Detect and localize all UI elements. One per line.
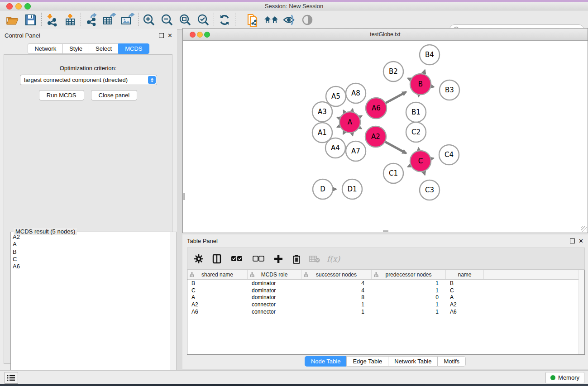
import-network-icon[interactable] bbox=[43, 12, 61, 28]
export-image-icon[interactable] bbox=[119, 12, 137, 28]
show-panels-button[interactable] bbox=[5, 372, 18, 384]
node-label-A7: A7 bbox=[351, 147, 360, 155]
delete-icon[interactable] bbox=[291, 253, 302, 265]
hide-selected-icon[interactable] bbox=[280, 12, 298, 28]
tab-node-table[interactable]: Node Table bbox=[305, 356, 347, 367]
export-table-icon[interactable] bbox=[100, 12, 119, 28]
cell-shared-name[interactable]: A2 bbox=[187, 301, 248, 308]
cell-shared-name[interactable]: A bbox=[187, 294, 248, 300]
close-panel-button[interactable]: Close panel bbox=[91, 90, 138, 100]
network-window-titlebar[interactable]: testGlobe.txt bbox=[183, 29, 588, 41]
cell-successor-nodes[interactable]: 1 bbox=[301, 309, 372, 315]
cell-MCDS-role[interactable]: connector bbox=[248, 309, 301, 315]
float-table-panel-icon[interactable] bbox=[570, 238, 575, 243]
node-label-A2: A2 bbox=[371, 133, 380, 141]
cell-name[interactable]: B bbox=[446, 280, 484, 286]
cell-predecessor-nodes[interactable]: 0 bbox=[372, 294, 446, 300]
column-header-shared-name[interactable]: shared name bbox=[187, 270, 248, 279]
tab-edge-table[interactable]: Edge Table bbox=[346, 356, 388, 367]
memory-label: Memory bbox=[558, 374, 579, 381]
table-row[interactable]: Bdominator41B bbox=[187, 280, 584, 287]
deselect-all-icon[interactable] bbox=[251, 253, 266, 265]
tab-motifs[interactable]: Motifs bbox=[437, 356, 466, 367]
result-list-scrollbar[interactable] bbox=[170, 232, 177, 386]
cell-name[interactable]: A6 bbox=[446, 309, 484, 315]
new-network-from-selection-icon[interactable] bbox=[244, 12, 262, 28]
table-row[interactable]: A2connector11A2 bbox=[187, 301, 584, 308]
function-builder-icon[interactable]: f(x) bbox=[327, 254, 340, 263]
node-label-B3: B3 bbox=[445, 86, 454, 94]
tab-network[interactable]: Network bbox=[28, 43, 62, 54]
close-panel-icon[interactable]: ✕ bbox=[167, 33, 172, 38]
table-row[interactable]: Cdominator41C bbox=[187, 287, 584, 294]
result-item[interactable]: B bbox=[11, 248, 170, 256]
cell-MCDS-role[interactable]: dominator bbox=[248, 287, 301, 294]
import-table-icon[interactable] bbox=[61, 12, 79, 28]
cell-shared-name[interactable]: A6 bbox=[187, 309, 248, 315]
tab-mcds[interactable]: MCDS bbox=[118, 43, 149, 54]
status-bar: Memory bbox=[0, 370, 588, 384]
cell-name[interactable]: A2 bbox=[446, 301, 484, 308]
edge-A6-B[interactable] bbox=[384, 92, 406, 104]
column-header-successor-nodes[interactable]: successor nodes bbox=[301, 270, 372, 279]
result-item[interactable]: A bbox=[11, 241, 170, 248]
cell-predecessor-nodes[interactable]: 1 bbox=[372, 309, 446, 315]
cell-predecessor-nodes[interactable]: 1 bbox=[372, 280, 446, 286]
columns-icon[interactable] bbox=[211, 253, 223, 265]
cell-successor-nodes[interactable]: 4 bbox=[301, 287, 372, 294]
network-graph[interactable]: B4B2BB3B1A5A8A6A3AA1A2C2A4A7CC4C1C3DD1 bbox=[183, 41, 587, 232]
optimization-criterion-select[interactable]: largest connected component (directed) bbox=[20, 75, 157, 85]
cell-shared-name[interactable]: C bbox=[187, 287, 248, 294]
export-network-icon[interactable] bbox=[82, 12, 100, 28]
cell-name[interactable]: A bbox=[446, 294, 484, 300]
control-panel-title: Control Panel bbox=[5, 32, 40, 39]
zoom-selected-icon[interactable] bbox=[194, 12, 212, 28]
mcds-result-list[interactable]: A2ABCA6 bbox=[11, 234, 170, 386]
memory-button[interactable]: Memory bbox=[545, 372, 584, 383]
cell-MCDS-role[interactable]: connector bbox=[248, 301, 301, 308]
open-file-icon[interactable] bbox=[4, 12, 22, 28]
select-all-icon[interactable] bbox=[229, 253, 244, 265]
tab-network-table[interactable]: Network Table bbox=[388, 356, 437, 367]
cell-successor-nodes[interactable]: 4 bbox=[301, 280, 372, 286]
cell-MCDS-role[interactable]: dominator bbox=[248, 280, 301, 286]
save-session-icon[interactable] bbox=[22, 12, 40, 28]
network-view-window: testGlobe.txt B4B2BB3B1A5A8A6A3AA1A2C2A4… bbox=[182, 28, 588, 233]
column-header-MCDS-role[interactable]: MCDS role bbox=[248, 270, 301, 279]
select-stepper-icon bbox=[148, 76, 156, 84]
result-item[interactable]: C bbox=[11, 256, 170, 263]
table-scrollbar[interactable] bbox=[578, 270, 584, 354]
table-row[interactable]: Adominator80A bbox=[187, 294, 584, 301]
table-row[interactable]: A6connector11A6 bbox=[187, 308, 584, 315]
zoom-fit-icon[interactable] bbox=[176, 12, 194, 28]
cell-successor-nodes[interactable]: 8 bbox=[301, 294, 372, 300]
zoom-out-icon[interactable] bbox=[158, 12, 176, 28]
cell-MCDS-role[interactable]: dominator bbox=[248, 294, 301, 300]
result-item[interactable]: A2 bbox=[11, 234, 170, 241]
first-neighbors-icon[interactable] bbox=[262, 12, 280, 28]
edge-A2-C[interactable] bbox=[384, 141, 406, 153]
show-all-icon[interactable] bbox=[298, 12, 316, 28]
cell-name[interactable]: C bbox=[446, 287, 484, 294]
close-table-panel-icon[interactable]: ✕ bbox=[578, 239, 583, 243]
network-canvas[interactable]: B4B2BB3B1A5A8A6A3AA1A2C2A4A7CC4C1C3DD1 bbox=[183, 41, 587, 232]
cell-predecessor-nodes[interactable]: 1 bbox=[372, 301, 446, 308]
float-panel-icon[interactable] bbox=[159, 33, 164, 38]
run-mcds-button[interactable]: Run MCDS bbox=[39, 90, 84, 100]
column-header-predecessor-nodes[interactable]: predecessor nodes bbox=[372, 270, 446, 279]
node-label-B4: B4 bbox=[425, 51, 434, 59]
delete-table-icon[interactable] bbox=[309, 253, 320, 265]
result-item[interactable]: A6 bbox=[11, 263, 170, 270]
cell-predecessor-nodes[interactable]: 1 bbox=[372, 287, 446, 294]
gear-icon[interactable] bbox=[193, 253, 205, 265]
column-header-name[interactable]: name bbox=[446, 270, 484, 279]
tab-style[interactable]: Style bbox=[62, 43, 89, 54]
cell-successor-nodes[interactable]: 1 bbox=[301, 301, 372, 308]
cell-shared-name[interactable]: B bbox=[187, 280, 248, 286]
tab-select[interactable]: Select bbox=[89, 43, 118, 54]
add-icon[interactable] bbox=[272, 253, 284, 265]
window-resize-grip[interactable] bbox=[581, 226, 587, 232]
node-label-D: D bbox=[320, 185, 325, 193]
zoom-in-icon[interactable] bbox=[140, 12, 158, 28]
refresh-icon[interactable] bbox=[215, 12, 234, 28]
